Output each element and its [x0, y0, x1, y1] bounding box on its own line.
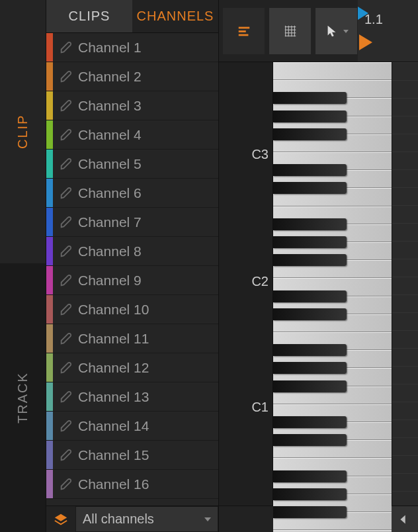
channel-name: Channel 8	[78, 244, 142, 259]
channel-name: Channel 1	[78, 40, 142, 56]
section-label-clip[interactable]: CLIP	[0, 0, 46, 263]
dropdown-label: All channels	[83, 511, 154, 527]
channel-color-swatch	[46, 353, 53, 382]
channel-row[interactable]: Channel 2	[46, 62, 218, 91]
channel-color-swatch	[46, 150, 53, 178]
channel-name: Channel 9	[78, 273, 142, 288]
channel-name: Channel 10	[78, 302, 149, 318]
channel-list: Channel 1Channel 2Channel 3Channel 4Chan…	[46, 33, 218, 506]
channel-row[interactable]: Channel 13	[46, 382, 218, 412]
piano-black-key[interactable]	[273, 488, 347, 500]
rename-icon[interactable]	[57, 186, 75, 200]
tab-clips[interactable]: CLIPS	[46, 0, 132, 32]
piano-black-key[interactable]	[273, 290, 347, 302]
piano-black-key[interactable]	[273, 344, 347, 356]
note-grid[interactable]	[392, 62, 418, 506]
rename-icon[interactable]	[57, 361, 75, 375]
rename-icon[interactable]	[57, 302, 75, 317]
channel-filter-dropdown[interactable]: All channels	[75, 506, 218, 532]
channel-row[interactable]: Channel 8	[46, 237, 218, 266]
channel-color-swatch	[46, 470, 53, 498]
channel-color-swatch	[46, 382, 53, 411]
rename-icon[interactable]	[57, 40, 75, 55]
rename-icon[interactable]	[57, 128, 75, 142]
piano-black-key[interactable]	[273, 308, 347, 320]
section-label-track[interactable]: TRACK	[0, 263, 46, 532]
piano-black-key[interactable]	[273, 434, 347, 446]
tab-channels[interactable]: CHANNELS	[132, 0, 218, 32]
channel-color-swatch	[46, 237, 53, 265]
piano-black-key[interactable]	[273, 164, 347, 176]
channel-row[interactable]: Channel 5	[46, 150, 218, 179]
channel-name: Channel 13	[78, 389, 149, 405]
rename-icon[interactable]	[57, 390, 75, 404]
svg-rect-3	[238, 34, 248, 36]
loop-marker-icon	[359, 34, 372, 50]
channel-row[interactable]: Channel 11	[46, 324, 218, 353]
channel-color-swatch	[46, 120, 53, 149]
rename-icon[interactable]	[57, 157, 75, 171]
channel-name: Channel 11	[78, 331, 149, 347]
channel-panel: CLIPS CHANNELS Channel 1Channel 2Channel…	[46, 0, 218, 532]
channel-row[interactable]: Channel 3	[46, 91, 218, 120]
channel-row[interactable]: Channel 15	[46, 441, 218, 470]
channel-name: Channel 6	[78, 185, 142, 201]
channel-row[interactable]: Channel 9	[46, 266, 218, 295]
channel-color-swatch	[46, 266, 53, 294]
svg-rect-1	[238, 27, 249, 29]
rename-icon[interactable]	[57, 477, 75, 492]
rename-icon[interactable]	[57, 332, 75, 346]
channel-row[interactable]: Channel 1	[46, 33, 218, 62]
svg-marker-0	[55, 513, 67, 521]
tool-pointer[interactable]	[315, 8, 358, 54]
tool-grid[interactable]	[269, 8, 312, 54]
piano-black-key[interactable]	[273, 111, 347, 122]
channel-row[interactable]: Channel 14	[46, 412, 218, 441]
rename-icon[interactable]	[57, 419, 75, 433]
piano-black-key[interactable]	[273, 380, 347, 392]
channel-color-swatch	[46, 295, 53, 324]
rename-icon[interactable]	[57, 99, 75, 113]
piano-black-key[interactable]	[273, 362, 347, 374]
piano-black-key[interactable]	[273, 416, 347, 428]
channel-name: Channel 5	[78, 156, 142, 172]
channel-row[interactable]: Channel 16	[46, 470, 218, 499]
note-label-gutter: C3C2C1	[219, 62, 273, 506]
piano-black-key[interactable]	[273, 470, 347, 482]
channel-name: Channel 12	[78, 360, 149, 376]
piano-white-key[interactable]	[273, 62, 392, 80]
tool-prev-icon[interactable]	[388, 506, 418, 532]
channel-row[interactable]: Channel 7	[46, 208, 218, 237]
piano-roll: C3C2C1	[219, 62, 418, 506]
rename-icon[interactable]	[57, 273, 75, 288]
piano-black-key[interactable]	[273, 128, 347, 140]
rename-icon[interactable]	[57, 215, 75, 230]
piano-black-key[interactable]	[273, 254, 347, 266]
channel-color-swatch	[46, 33, 53, 62]
channel-color-swatch	[46, 91, 53, 120]
channel-row[interactable]: Channel 12	[46, 353, 218, 382]
rename-icon[interactable]	[57, 448, 75, 463]
piano-black-key[interactable]	[273, 182, 347, 194]
tabs: CLIPS CHANNELS	[46, 0, 218, 33]
rename-icon[interactable]	[57, 244, 75, 259]
piano-black-key[interactable]	[273, 236, 347, 248]
piano-black-key[interactable]	[273, 218, 347, 230]
channel-name: Channel 16	[78, 476, 149, 492]
piano-black-key[interactable]	[273, 506, 347, 518]
channel-color-swatch	[46, 412, 53, 440]
tool-note-edit[interactable]	[223, 8, 265, 54]
channel-row[interactable]: Channel 6	[46, 179, 218, 208]
channel-name: Channel 2	[78, 69, 142, 85]
chevron-down-icon	[204, 517, 211, 521]
channel-row[interactable]: Channel 4	[46, 120, 218, 150]
rename-icon[interactable]	[57, 69, 75, 84]
channel-color-swatch	[46, 324, 53, 353]
layers-icon[interactable]	[46, 506, 75, 532]
piano-keys[interactable]	[273, 62, 392, 506]
channel-name: Channel 7	[78, 214, 142, 230]
timeline-ruler[interactable]: 1.1	[358, 0, 418, 62]
piano-black-key[interactable]	[273, 92, 347, 104]
octave-label: C1	[251, 400, 269, 415]
channel-row[interactable]: Channel 10	[46, 295, 218, 324]
